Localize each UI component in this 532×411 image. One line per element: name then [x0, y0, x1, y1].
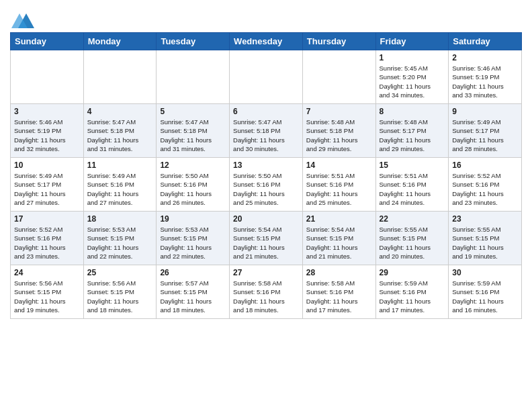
day-info: Sunrise: 5:48 AM Sunset: 5:18 PM Dayligh… [306, 118, 372, 153]
day-number: 21 [306, 214, 372, 224]
day-info: Sunrise: 5:48 AM Sunset: 5:17 PM Dayligh… [380, 118, 445, 153]
weekday-header: Sunday [11, 33, 84, 50]
calendar-cell: 26Sunrise: 5:57 AM Sunset: 5:15 PM Dayli… [157, 265, 230, 319]
calendar-cell: 29Sunrise: 5:59 AM Sunset: 5:16 PM Dayli… [375, 265, 449, 319]
day-info: Sunrise: 5:46 AM Sunset: 5:19 PM Dayligh… [14, 118, 80, 153]
calendar-cell [157, 50, 230, 104]
day-number: 17 [14, 214, 80, 224]
calendar-cell: 12Sunrise: 5:50 AM Sunset: 5:16 PM Dayli… [157, 158, 230, 212]
day-info: Sunrise: 5:55 AM Sunset: 5:15 PM Dayligh… [380, 225, 445, 261]
day-info: Sunrise: 5:56 AM Sunset: 5:15 PM Dayligh… [87, 279, 153, 314]
calendar-cell: 20Sunrise: 5:54 AM Sunset: 5:15 PM Dayli… [230, 212, 303, 265]
day-info: Sunrise: 5:59 AM Sunset: 5:16 PM Dayligh… [452, 279, 518, 314]
day-info: Sunrise: 5:51 AM Sunset: 5:16 PM Dayligh… [380, 171, 445, 207]
day-number: 20 [233, 214, 299, 224]
day-number: 5 [160, 107, 226, 116]
day-info: Sunrise: 5:56 AM Sunset: 5:15 PM Dayligh… [14, 279, 80, 314]
day-info: Sunrise: 5:51 AM Sunset: 5:16 PM Dayligh… [306, 171, 372, 207]
calendar-week-row: 17Sunrise: 5:52 AM Sunset: 5:16 PM Dayli… [11, 212, 522, 265]
day-number: 8 [380, 107, 445, 116]
day-info: Sunrise: 5:58 AM Sunset: 5:16 PM Dayligh… [233, 279, 299, 314]
weekday-header: Wednesday [230, 33, 303, 50]
day-number: 6 [233, 107, 299, 116]
calendar-cell: 6Sunrise: 5:47 AM Sunset: 5:18 PM Daylig… [230, 104, 303, 158]
day-info: Sunrise: 5:46 AM Sunset: 5:19 PM Dayligh… [452, 64, 518, 99]
day-number: 9 [452, 107, 518, 116]
calendar-table: SundayMondayTuesdayWednesdayThursdayFrid… [10, 32, 522, 319]
day-info: Sunrise: 5:47 AM Sunset: 5:18 PM Dayligh… [87, 118, 153, 153]
day-number: 13 [233, 161, 299, 170]
day-info: Sunrise: 5:53 AM Sunset: 5:15 PM Dayligh… [87, 225, 153, 261]
day-info: Sunrise: 5:54 AM Sunset: 5:15 PM Dayligh… [306, 225, 372, 261]
calendar-week-row: 24Sunrise: 5:56 AM Sunset: 5:15 PM Dayli… [11, 265, 522, 319]
calendar-cell: 24Sunrise: 5:56 AM Sunset: 5:15 PM Dayli… [11, 265, 84, 319]
day-info: Sunrise: 5:53 AM Sunset: 5:15 PM Dayligh… [160, 225, 226, 261]
logo-text [10, 9, 36, 30]
day-info: Sunrise: 5:57 AM Sunset: 5:15 PM Dayligh… [160, 279, 226, 314]
logo [10, 9, 36, 27]
day-info: Sunrise: 5:47 AM Sunset: 5:18 PM Dayligh… [233, 118, 299, 153]
weekday-header: Monday [83, 33, 157, 50]
day-info: Sunrise: 5:54 AM Sunset: 5:15 PM Dayligh… [233, 225, 299, 261]
day-number: 28 [306, 268, 372, 277]
day-number: 18 [87, 214, 153, 224]
calendar-week-row: 10Sunrise: 5:49 AM Sunset: 5:17 PM Dayli… [11, 158, 522, 212]
calendar-cell: 23Sunrise: 5:55 AM Sunset: 5:15 PM Dayli… [449, 212, 522, 265]
day-number: 26 [160, 268, 226, 277]
calendar-cell: 27Sunrise: 5:58 AM Sunset: 5:16 PM Dayli… [230, 265, 303, 319]
logo-text-block [10, 9, 36, 27]
calendar-cell: 17Sunrise: 5:52 AM Sunset: 5:16 PM Dayli… [11, 212, 84, 265]
day-info: Sunrise: 5:45 AM Sunset: 5:20 PM Dayligh… [380, 64, 445, 99]
calendar-cell: 30Sunrise: 5:59 AM Sunset: 5:16 PM Dayli… [449, 265, 522, 319]
calendar-cell: 19Sunrise: 5:53 AM Sunset: 5:15 PM Dayli… [157, 212, 230, 265]
header [10, 7, 522, 27]
calendar-cell: 13Sunrise: 5:50 AM Sunset: 5:16 PM Dayli… [230, 158, 303, 212]
day-number: 30 [452, 268, 518, 277]
weekday-header: Thursday [302, 33, 375, 50]
day-info: Sunrise: 5:52 AM Sunset: 5:16 PM Dayligh… [452, 171, 518, 207]
day-info: Sunrise: 5:59 AM Sunset: 5:16 PM Dayligh… [380, 279, 445, 314]
calendar-cell: 9Sunrise: 5:49 AM Sunset: 5:17 PM Daylig… [449, 104, 522, 158]
day-number: 10 [14, 161, 80, 170]
day-info: Sunrise: 5:50 AM Sunset: 5:16 PM Dayligh… [233, 171, 299, 207]
day-number: 23 [452, 214, 518, 224]
day-info: Sunrise: 5:50 AM Sunset: 5:16 PM Dayligh… [160, 171, 226, 207]
day-info: Sunrise: 5:52 AM Sunset: 5:16 PM Dayligh… [14, 225, 80, 261]
calendar-cell: 4Sunrise: 5:47 AM Sunset: 5:18 PM Daylig… [83, 104, 157, 158]
calendar-cell: 21Sunrise: 5:54 AM Sunset: 5:15 PM Dayli… [302, 212, 375, 265]
calendar-cell: 11Sunrise: 5:49 AM Sunset: 5:16 PM Dayli… [83, 158, 157, 212]
day-number: 4 [87, 107, 153, 116]
calendar-cell: 3Sunrise: 5:46 AM Sunset: 5:19 PM Daylig… [11, 104, 84, 158]
calendar-cell: 16Sunrise: 5:52 AM Sunset: 5:16 PM Dayli… [449, 158, 522, 212]
calendar-week-row: 3Sunrise: 5:46 AM Sunset: 5:19 PM Daylig… [11, 104, 522, 158]
page: SundayMondayTuesdayWednesdayThursdayFrid… [0, 0, 532, 326]
day-number: 3 [14, 107, 80, 116]
day-number: 14 [306, 161, 372, 170]
day-number: 11 [87, 161, 153, 170]
weekday-header-row: SundayMondayTuesdayWednesdayThursdayFrid… [11, 33, 522, 50]
calendar-cell: 25Sunrise: 5:56 AM Sunset: 5:15 PM Dayli… [83, 265, 157, 319]
day-number: 2 [452, 53, 518, 62]
day-number: 16 [452, 161, 518, 170]
calendar-cell: 2Sunrise: 5:46 AM Sunset: 5:19 PM Daylig… [449, 50, 522, 104]
day-number: 19 [160, 214, 226, 224]
weekday-header: Friday [375, 33, 449, 50]
day-info: Sunrise: 5:58 AM Sunset: 5:16 PM Dayligh… [306, 279, 372, 314]
weekday-header: Saturday [449, 33, 522, 50]
calendar-week-row: 1Sunrise: 5:45 AM Sunset: 5:20 PM Daylig… [11, 50, 522, 104]
calendar-cell: 15Sunrise: 5:51 AM Sunset: 5:16 PM Dayli… [375, 158, 449, 212]
day-number: 7 [306, 107, 372, 116]
day-info: Sunrise: 5:55 AM Sunset: 5:15 PM Dayligh… [452, 225, 518, 261]
calendar-cell: 1Sunrise: 5:45 AM Sunset: 5:20 PM Daylig… [375, 50, 449, 104]
day-number: 27 [233, 268, 299, 277]
calendar-cell [83, 50, 157, 104]
day-number: 25 [87, 268, 153, 277]
day-info: Sunrise: 5:49 AM Sunset: 5:17 PM Dayligh… [452, 118, 518, 153]
day-number: 29 [380, 268, 445, 277]
calendar-cell [230, 50, 303, 104]
day-number: 15 [380, 161, 445, 170]
day-number: 22 [380, 214, 445, 224]
day-number: 1 [380, 53, 445, 62]
day-info: Sunrise: 5:49 AM Sunset: 5:16 PM Dayligh… [87, 171, 153, 207]
calendar-cell: 8Sunrise: 5:48 AM Sunset: 5:17 PM Daylig… [375, 104, 449, 158]
